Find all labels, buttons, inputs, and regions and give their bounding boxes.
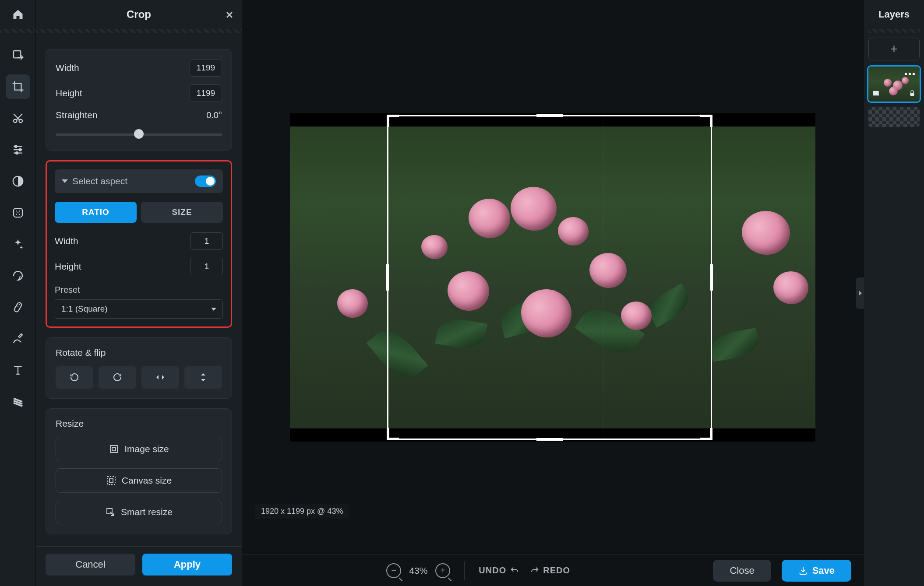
- lock-icon: [908, 89, 916, 99]
- ratio-size-segment: RATIO SIZE: [55, 202, 223, 223]
- crop-width-input[interactable]: [190, 59, 222, 77]
- svg-rect-0: [14, 51, 21, 58]
- apply-button[interactable]: Apply: [142, 554, 232, 575]
- svg-point-4: [19, 149, 21, 151]
- panel-title: Crop: [127, 8, 151, 21]
- close-button[interactable]: Close: [713, 560, 771, 582]
- image-size-button[interactable]: Image size: [56, 437, 222, 461]
- svg-rect-19: [109, 479, 113, 482]
- rotate-flip-card: Rotate & flip: [46, 337, 232, 399]
- tool-rail: [0, 0, 36, 586]
- flip-horizontal-button[interactable]: [141, 366, 179, 389]
- crop-box[interactable]: [387, 115, 712, 440]
- dimensions-card: Width Height Straighten 0.0°: [46, 49, 232, 151]
- aspect-toggle-row[interactable]: Select aspect: [55, 169, 223, 193]
- home-button[interactable]: [6, 2, 30, 27]
- cancel-button[interactable]: Cancel: [46, 554, 135, 575]
- crop-width-label: Width: [56, 63, 79, 73]
- svg-rect-16: [110, 446, 117, 453]
- tool-retouch[interactable]: [6, 295, 30, 319]
- segment-size[interactable]: SIZE: [141, 202, 223, 223]
- zoom-in-button[interactable]: +: [435, 563, 450, 578]
- chevron-down-icon: [62, 179, 68, 183]
- image-icon: [872, 89, 880, 99]
- svg-point-5: [16, 152, 18, 154]
- svg-rect-18: [107, 477, 115, 484]
- segment-ratio[interactable]: RATIO: [55, 202, 137, 223]
- panel-footer: Cancel Apply: [36, 546, 242, 586]
- close-panel-button[interactable]: ×: [226, 8, 233, 22]
- tool-element[interactable]: [6, 389, 30, 414]
- tool-liquify[interactable]: [6, 263, 30, 288]
- preset-label: Preset: [55, 285, 223, 295]
- tool-draw[interactable]: [6, 326, 30, 351]
- tool-arrange[interactable]: [6, 43, 30, 67]
- stage-footer: − 43% + UNDO REDO Close Save: [242, 554, 864, 586]
- crop-height-input[interactable]: [190, 84, 222, 102]
- svg-point-10: [16, 214, 17, 215]
- layer-thumb-2[interactable]: [868, 107, 920, 127]
- svg-rect-17: [112, 447, 116, 451]
- tool-filter[interactable]: [6, 200, 30, 225]
- straighten-label: Straighten: [56, 110, 98, 120]
- panel-header: Crop ×: [36, 0, 242, 29]
- rotate-flip-title: Rotate & flip: [56, 347, 222, 358]
- rail-texture: [0, 29, 35, 33]
- resize-card: Resize Image size Canvas size Smart resi…: [46, 408, 232, 534]
- ratio-width-input[interactable]: [190, 232, 223, 250]
- resize-title: Resize: [56, 418, 222, 429]
- dimensions-badge: 1920 x 1199 px @ 43%: [255, 504, 349, 519]
- zoom-out-button[interactable]: −: [386, 563, 401, 578]
- image-layer: [290, 113, 815, 442]
- canvas-stage: 1920 x 1199 px @ 43% − 43% + UNDO REDO: [242, 0, 864, 586]
- redo-button[interactable]: REDO: [530, 565, 570, 575]
- zoom-value: 43%: [409, 565, 427, 576]
- svg-point-11: [19, 214, 20, 215]
- tool-finetune[interactable]: [6, 169, 30, 193]
- canvas-size-button[interactable]: Canvas size: [56, 468, 222, 493]
- caret-down-icon: [211, 308, 216, 311]
- tool-ai[interactable]: [6, 232, 30, 256]
- svg-point-14: [19, 304, 20, 305]
- add-layer-button[interactable]: +: [868, 38, 920, 60]
- aspect-section: Select aspect RATIO SIZE Width Height Pr…: [46, 160, 232, 328]
- rotate-ccw-button[interactable]: [56, 366, 93, 389]
- layers-panel: Layers + •••: [864, 0, 924, 586]
- svg-point-15: [17, 305, 18, 307]
- tool-crop[interactable]: [6, 74, 30, 99]
- straighten-value: 0.0°: [190, 110, 222, 120]
- tool-cutout[interactable]: [6, 106, 30, 130]
- layer-thumb-1[interactable]: •••: [868, 67, 920, 102]
- ratio-width-label: Width: [55, 236, 78, 246]
- layers-title: Layers: [868, 0, 920, 29]
- svg-point-2: [19, 119, 22, 123]
- tool-adjust[interactable]: [6, 137, 30, 162]
- layer-menu-icon[interactable]: •••: [904, 69, 916, 79]
- canvas-viewport[interactable]: 1920 x 1199 px @ 43%: [242, 0, 864, 554]
- svg-point-3: [14, 145, 17, 147]
- rotate-cw-button[interactable]: [99, 366, 136, 389]
- svg-point-9: [19, 211, 20, 212]
- save-button[interactable]: Save: [782, 560, 851, 582]
- smart-resize-button[interactable]: Smart resize: [56, 500, 222, 524]
- aspect-toggle[interactable]: [195, 175, 216, 187]
- panel-texture: [36, 29, 242, 33]
- history-controls: UNDO REDO: [479, 565, 570, 575]
- preset-select[interactable]: 1:1 (Square): [55, 299, 223, 319]
- crop-height-label: Height: [56, 88, 82, 98]
- undo-button[interactable]: UNDO: [479, 565, 519, 575]
- ratio-height-input[interactable]: [190, 258, 223, 275]
- svg-point-8: [16, 211, 17, 212]
- ratio-height-label: Height: [55, 261, 81, 272]
- svg-point-1: [14, 119, 17, 123]
- svg-point-12: [17, 212, 18, 214]
- flip-vertical-button[interactable]: [184, 366, 222, 389]
- collapse-layers-button[interactable]: [856, 277, 864, 309]
- svg-rect-13: [14, 302, 22, 312]
- tool-text[interactable]: [6, 358, 30, 382]
- svg-rect-23: [910, 93, 914, 96]
- straighten-slider[interactable]: [56, 128, 222, 140]
- zoom-controls: − 43% +: [386, 563, 450, 578]
- aspect-heading: Select aspect: [72, 176, 127, 186]
- crop-panel: Crop × Width Height Straighten 0.0°: [36, 0, 242, 586]
